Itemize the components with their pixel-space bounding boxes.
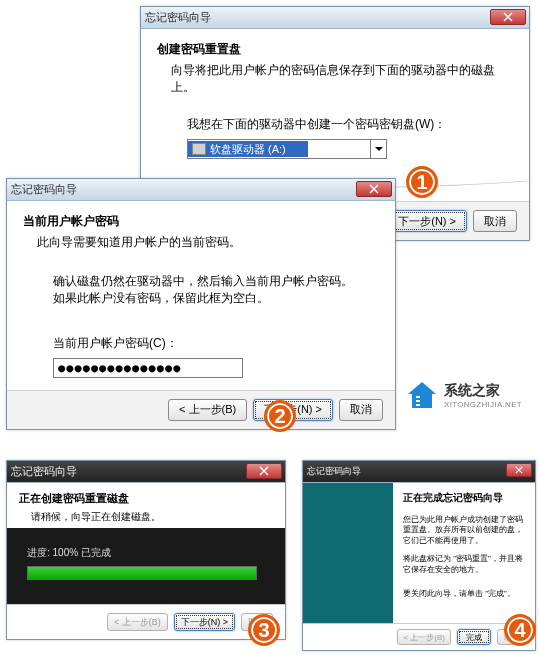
dialog-body: 正在完成忘记密码向导 您已为此用户帐户成功创建了密码重置盘。放弃所有以前创建的盘… (303, 483, 535, 623)
drive-label: 我想在下面的驱动器中创建一个密码密钥盘(W)： (187, 116, 513, 133)
dialog-content: 正在创建密码重置磁盘 请稍候，向导正在创建磁盘。 (7, 483, 285, 528)
close-button[interactable] (356, 181, 392, 197)
button-row: < 上一步(B) 下一步(N) > 取消 (7, 604, 285, 639)
step-badge-2: 2 (264, 400, 296, 432)
house-icon (406, 380, 438, 410)
button-row: < 上一步(B) 完成 取消 (303, 623, 535, 650)
dialog-3: 忘记密码向导 正在创建密码重置磁盘 请稍候，向导正在创建磁盘。 进度: 100%… (6, 460, 286, 640)
dialog-title: 忘记密码向导 (11, 182, 77, 197)
wizard-text: 正在完成忘记密码向导 您已为此用户帐户成功创建了密码重置盘。放弃所有以前创建的盘… (393, 483, 535, 623)
dialog-2: 忘记密码向导 当前用户帐户密码 此向导需要知道用户帐户的当前密码。 确认磁盘仍然… (6, 178, 396, 430)
logo: 系统之家 XITONGZHIJIA.NET (406, 380, 522, 410)
section-description: 请稍候，向导正在创建磁盘。 (31, 510, 273, 524)
wizard-side-image (303, 483, 393, 623)
step-badge-3: 3 (248, 614, 280, 646)
dialog-title: 忘记密码向导 (145, 10, 211, 25)
progress-bar (27, 566, 257, 580)
back-button: < 上一步(B) (107, 613, 168, 631)
svg-rect-0 (416, 396, 420, 398)
instruction-text: 确认磁盘仍然在驱动器中，然后输入当前用户帐户密码。如果此帐户没有密码，保留此框为… (53, 273, 359, 307)
dialog-content: 当前用户帐户密码 此向导需要知道用户帐户的当前密码。 确认磁盘仍然在驱动器中，然… (7, 201, 395, 390)
logo-text-en: XITONGZHIJIA.NET (444, 400, 522, 409)
back-button: < 上一步(B) (397, 629, 451, 645)
logo-text-cn: 系统之家 (444, 382, 522, 400)
titlebar: 忘记密码向导 (7, 461, 285, 483)
step-badge-4: 4 (504, 614, 536, 646)
titlebar: 忘记密码向导 (141, 7, 529, 29)
dialog-content: 创建密码重置盘 向导将把此用户帐户的密码信息保存到下面的驱动器中的磁盘上。 我想… (141, 29, 529, 171)
titlebar: 忘记密码向导 (7, 179, 395, 201)
dialog-title: 忘记密码向导 (307, 465, 361, 478)
dialog-4: 忘记密码向导 正在完成忘记密码向导 您已为此用户帐户成功创建了密码重置盘。放弃所… (302, 460, 536, 651)
cancel-button[interactable]: 取消 (339, 399, 383, 421)
close-button[interactable] (246, 463, 282, 479)
section-description: 此向导需要知道用户帐户的当前密码。 (37, 234, 379, 251)
progress-label: 进度: 100% 已完成 (27, 546, 265, 560)
close-icon (515, 466, 523, 474)
drive-selected: 软盘驱动器 (A:) (188, 141, 308, 157)
next-button[interactable]: 下一步(N) > (174, 613, 235, 631)
body-text-3: 要关闭此向导，请单击 "完成"。 (403, 589, 525, 599)
drive-selected-text: 软盘驱动器 (A:) (210, 142, 286, 157)
close-button[interactable] (506, 463, 532, 477)
password-field-label: 当前用户帐户密码(C)： (53, 335, 379, 352)
chevron-down-icon[interactable] (370, 140, 386, 158)
cancel-button[interactable]: 取消 (473, 210, 517, 232)
drive-dropdown[interactable]: 软盘驱动器 (A:) (187, 139, 387, 159)
floppy-icon (192, 143, 206, 155)
section-heading: 正在完成忘记密码向导 (403, 491, 525, 505)
dialog-title: 忘记密码向导 (11, 464, 77, 479)
close-icon (369, 184, 379, 194)
section-description: 向导将把此用户帐户的密码信息保存到下面的驱动器中的磁盘上。 (171, 62, 513, 96)
section-heading: 创建密码重置盘 (157, 41, 513, 58)
close-button[interactable] (490, 9, 526, 25)
titlebar: 忘记密码向导 (303, 461, 535, 483)
progress-fill (28, 567, 256, 579)
section-heading: 正在创建密码重置磁盘 (19, 491, 273, 506)
close-icon (259, 466, 269, 476)
finish-button[interactable]: 完成 (457, 629, 491, 645)
password-input[interactable] (53, 358, 243, 378)
svg-rect-2 (416, 404, 420, 406)
section-heading: 当前用户帐户密码 (23, 213, 379, 230)
svg-rect-1 (416, 400, 420, 402)
back-button[interactable]: < 上一步(B) (168, 399, 247, 421)
close-icon (503, 12, 513, 22)
body-text-2: 将此盘标记为 "密码重置"，并且将它保存在安全的地方。 (403, 554, 525, 575)
button-row: < 上一步(B) 下一步(N) > 取消 (7, 390, 395, 429)
step-badge-1: 1 (406, 166, 438, 198)
next-button[interactable]: 下一步(N) > (387, 210, 467, 232)
body-text-1: 您已为此用户帐户成功创建了密码重置盘。放弃所有以前创建的盘，它们已不能再使用了。 (403, 515, 525, 546)
